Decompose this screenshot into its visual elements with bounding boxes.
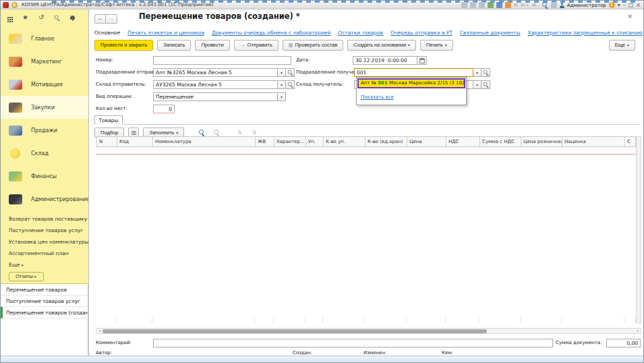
sidebar-item-administration[interactable]: Администрирование bbox=[1, 188, 88, 211]
tab-labels-printing[interactable]: Печать этикеток и ценников bbox=[127, 30, 204, 36]
favorites-star-icon[interactable]: ★ bbox=[22, 14, 28, 21]
current-user-name[interactable]: Администратор bbox=[567, 3, 606, 8]
1c-app-icon bbox=[3, 2, 9, 8]
calculator-memory-buttons[interactable]: M M+ M- bbox=[514, 3, 539, 8]
wh-from-input[interactable] bbox=[153, 80, 278, 89]
column-header[interactable]: С bbox=[625, 137, 635, 146]
print-button[interactable]: Печать ▾ bbox=[420, 40, 453, 51]
split-view-icon[interactable] bbox=[551, 2, 557, 8]
minimize-icon[interactable]: – bbox=[623, 1, 626, 9]
vertical-scrollbar[interactable] bbox=[636, 136, 641, 323]
lookup-button[interactable] bbox=[481, 80, 490, 89]
column-header[interactable]: Характер... bbox=[274, 137, 306, 146]
window-item-goods-receipt[interactable]: Поступление товаров услуг bbox=[1, 296, 88, 307]
purchases-icon bbox=[9, 103, 22, 113]
tab-related-documents[interactable]: Связанные документы bbox=[460, 30, 521, 36]
lookup-button[interactable] bbox=[286, 80, 295, 89]
search-icon[interactable] bbox=[55, 15, 60, 20]
show-all-link[interactable]: Показать все bbox=[361, 94, 394, 100]
dropdown-button[interactable]: ▾ bbox=[473, 68, 481, 77]
sidebar-link-more[interactable]: Еще ▸ bbox=[1, 259, 88, 271]
back-button[interactable]: ← bbox=[94, 14, 106, 24]
lookup-button[interactable] bbox=[481, 68, 490, 77]
window-item-goods-transfer-new[interactable]: Перемещение товаров (создание) * bbox=[1, 307, 88, 318]
create-from-button[interactable]: Создать на основании ▾ bbox=[347, 40, 416, 51]
dropdown-button[interactable]: ▾ bbox=[473, 80, 481, 89]
tab-main[interactable]: Основное bbox=[94, 30, 120, 36]
lookup-button[interactable] bbox=[286, 68, 295, 77]
column-header[interactable]: Цена розничная bbox=[521, 137, 562, 146]
column-header[interactable]: К-во уп. bbox=[324, 137, 365, 146]
horizontal-scrollbar-thumb[interactable] bbox=[103, 329, 487, 333]
save-icon[interactable] bbox=[461, 2, 467, 8]
column-header[interactable]: N bbox=[97, 137, 117, 146]
window-item-goods-transfer[interactable]: Перемещение товаров bbox=[1, 284, 88, 296]
sidebar-link-assortment-plan[interactable]: Ассортиментный план bbox=[1, 248, 88, 259]
calendar-picker-button[interactable] bbox=[417, 56, 427, 65]
refresh-icon[interactable] bbox=[488, 2, 494, 8]
post-button[interactable]: Провести bbox=[195, 40, 229, 51]
magnifier-icon bbox=[483, 70, 488, 76]
autocomplete-suggestion[interactable]: Апт № 001 Москва Маросейка 2/15 (3 102) bbox=[357, 78, 465, 88]
sidebar-item-sales[interactable]: Продажи bbox=[1, 119, 88, 142]
document-close-icon[interactable]: × bbox=[627, 13, 633, 20]
comment-input[interactable] bbox=[153, 339, 553, 347]
send-button[interactable]: → Отправить bbox=[234, 40, 279, 51]
more-actions-button[interactable]: Еще ▾ bbox=[609, 40, 635, 51]
places-input[interactable] bbox=[153, 105, 175, 113]
column-header[interactable]: Сумма с НДС bbox=[480, 137, 521, 146]
sidebar-link-goods-receipt[interactable]: Поступление товаров услуг bbox=[1, 225, 88, 236]
forward-button[interactable]: → bbox=[106, 14, 117, 24]
tab-lab-exchange-queue[interactable]: Документы очередь обмена с лабораторией bbox=[212, 30, 330, 36]
tab-ut-send-queue[interactable]: Очередь отправки в УТ bbox=[390, 30, 452, 36]
reports-button[interactable]: Отчеты ▸ bbox=[9, 272, 44, 281]
column-header[interactable]: К-во (ед.хран) bbox=[365, 137, 407, 146]
restore-icon[interactable]: □ bbox=[628, 1, 634, 9]
menu-grid-icon[interactable] bbox=[7, 17, 9, 18]
scroll-right-icon[interactable]: ▸ bbox=[635, 329, 641, 333]
post-and-close-button[interactable]: Провести и закрыть bbox=[94, 40, 153, 51]
dropdown-button[interactable]: ▾ bbox=[278, 92, 286, 101]
column-header[interactable]: Номенклатура bbox=[153, 137, 256, 146]
sidebar-link-return-to-supplier[interactable]: Возврат товаров поставщику bbox=[1, 213, 88, 225]
number-input[interactable] bbox=[153, 56, 291, 65]
close-icon[interactable]: × bbox=[636, 1, 641, 9]
print-preview-icon[interactable] bbox=[479, 2, 485, 8]
tab-goods-balance[interactable]: Остатки товаров bbox=[338, 30, 383, 36]
chevron-down-icon[interactable]: ▾ bbox=[618, 1, 620, 9]
home-icon bbox=[9, 34, 22, 44]
column-header[interactable]: ЖВ bbox=[256, 137, 274, 146]
zoom-icon[interactable] bbox=[542, 2, 548, 8]
sidebar-item-marketing[interactable]: Маркетинг bbox=[1, 50, 88, 73]
column-header[interactable]: Цена bbox=[407, 137, 446, 146]
dept-from-input[interactable] bbox=[153, 68, 278, 77]
calendar-icon[interactable] bbox=[505, 2, 511, 8]
check-contents-button[interactable]: ▥ Проверить состав bbox=[283, 40, 343, 51]
column-header[interactable]: Уп. bbox=[306, 137, 324, 146]
operation-input[interactable] bbox=[153, 92, 278, 101]
dept-to-input[interactable] bbox=[354, 68, 473, 77]
print-icon[interactable] bbox=[470, 2, 476, 8]
tab-goods[interactable]: Товары bbox=[94, 115, 123, 125]
sidebar-item-glavnoe[interactable]: Главное bbox=[1, 27, 88, 50]
table-icon[interactable] bbox=[496, 2, 502, 8]
notifications-bell-icon[interactable] bbox=[70, 16, 75, 20]
column-header[interactable]: Наценка bbox=[562, 137, 625, 146]
scroll-left-icon[interactable]: ◂ bbox=[97, 329, 103, 333]
history-icon[interactable]: ↺ bbox=[38, 14, 44, 21]
tab-forbidden-characteristics[interactable]: Характеристики запрещенные к списанию bbox=[528, 30, 643, 36]
horizontal-scrollbar[interactable]: ◂ ▸ bbox=[96, 328, 641, 334]
sidebar-link-price-setting[interactable]: Установка цен номенклатуры bbox=[1, 236, 88, 248]
sidebar-item-finance[interactable]: Финансы bbox=[1, 165, 88, 188]
sidebar-item-purchases[interactable]: Закупки bbox=[1, 96, 88, 119]
info-icon[interactable]: i bbox=[609, 2, 615, 8]
dropdown-button[interactable]: ▾ bbox=[278, 68, 286, 77]
column-header[interactable]: Код bbox=[117, 137, 153, 146]
column-header[interactable]: НДС bbox=[446, 137, 480, 146]
save-button[interactable]: Записать bbox=[157, 40, 191, 51]
date-input[interactable] bbox=[353, 56, 417, 65]
sidebar-item-warehouse[interactable]: Склад bbox=[1, 142, 88, 165]
document-sum-value[interactable] bbox=[606, 339, 641, 347]
sidebar-item-motivation[interactable]: Мотивация bbox=[1, 73, 88, 96]
dropdown-button[interactable]: ▾ bbox=[278, 80, 286, 89]
